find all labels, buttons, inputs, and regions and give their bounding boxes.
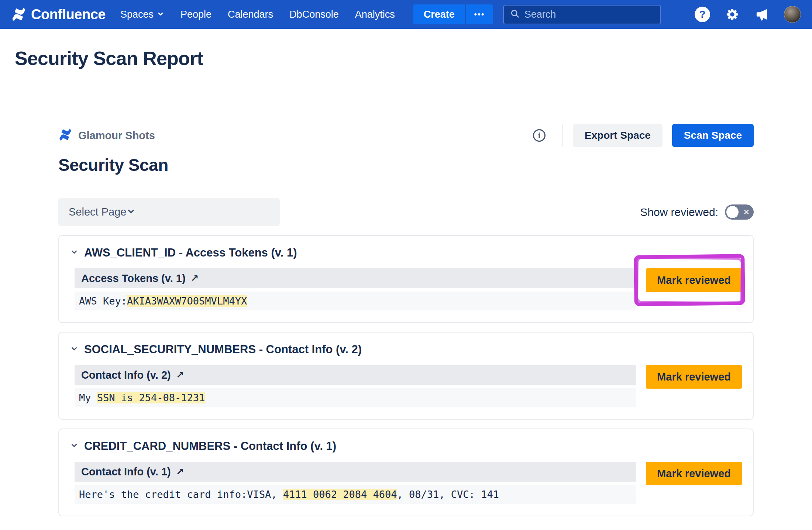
search-box[interactable] <box>503 5 661 24</box>
space-name[interactable]: Glamour Shots <box>78 130 155 142</box>
nav-item-label: Spaces <box>120 9 154 20</box>
export-space-button[interactable]: Export Space <box>573 124 663 147</box>
space-header: Glamour Shots i Export Space Scan Space <box>58 124 754 147</box>
finding-page-link[interactable]: Contact Info (v. 2) <box>81 369 171 381</box>
select-page-dropdown[interactable]: Select Page <box>58 198 280 226</box>
finding-title: SOCIAL_SECURITY_NUMBERS - Contact Info (… <box>84 343 362 356</box>
snippet-text: My <box>79 392 97 403</box>
main-content: Glamour Shots i Export Space Scan Space … <box>58 124 754 516</box>
finding-header[interactable]: AWS_CLIENT_ID - Access Tokens (v. 1) <box>70 246 742 259</box>
section-heading: Security Scan <box>58 155 754 175</box>
nav-item-label: DbConsole <box>289 9 339 20</box>
brand-name: Confluence <box>31 7 106 23</box>
chevron-down-icon <box>157 9 164 20</box>
search-icon <box>510 8 520 20</box>
nav-item-dbconsole[interactable]: DbConsole <box>281 0 347 29</box>
show-reviewed-control: Show reviewed: ✕ <box>640 204 754 220</box>
info-glyph: i <box>538 131 540 140</box>
nav-item-label: Analytics <box>355 9 395 20</box>
chevron-down-icon <box>70 248 78 258</box>
finding-page-bar: Contact Info (v. 1) ↗ <box>75 462 636 482</box>
sensitive-data-highlight: 4111 0062 2084 4604 <box>283 489 397 500</box>
create-button[interactable]: Create <box>413 4 465 24</box>
finding-snippet: My SSN is 254-08-1231 <box>75 388 636 407</box>
megaphone-icon[interactable] <box>754 7 769 22</box>
snippet-text: Here's the credit card info:VISA, <box>79 489 283 500</box>
nav-more-button[interactable]: ••• <box>466 4 493 24</box>
page-title: Security Scan Report <box>15 47 812 69</box>
toggle-off-icon: ✕ <box>743 208 750 217</box>
finding-snippet: AWS Key:AKIA3WAXW7O0SMVLM4YX <box>75 292 636 310</box>
top-navbar: Confluence Spaces People Calendars DbCon… <box>0 0 812 29</box>
confluence-logo-icon <box>11 7 27 22</box>
sensitive-data-highlight: AKIA3WAXW7O0SMVLM4YX <box>127 295 247 307</box>
show-reviewed-toggle[interactable]: ✕ <box>725 204 754 220</box>
snippet-text: AWS Key: <box>79 295 127 307</box>
finding-page-link[interactable]: Contact Info (v. 1) <box>81 466 171 478</box>
search-input[interactable] <box>524 9 655 20</box>
chevron-down-icon <box>70 345 78 354</box>
finding-page-bar: Contact Info (v. 2) ↗ <box>75 365 636 385</box>
space-identity: Glamour Shots <box>58 128 155 143</box>
settings-gear-icon[interactable] <box>725 7 740 22</box>
finding-card-ssn: SOCIAL_SECURITY_NUMBERS - Contact Info (… <box>58 332 754 420</box>
finding-card-credit-card: CREDIT_CARD_NUMBERS - Contact Info (v. 1… <box>58 429 754 516</box>
finding-detail: Contact Info (v. 1) ↗ Here's the credit … <box>75 462 636 504</box>
question-mark: ? <box>699 9 706 20</box>
space-actions: i Export Space Scan Space <box>533 124 754 147</box>
navbar-right-cluster: ? <box>695 6 801 23</box>
sensitive-data-highlight: SSN is 254-08-1231 <box>97 392 205 403</box>
chevron-down-icon <box>126 207 136 218</box>
confluence-brand[interactable]: Confluence <box>11 7 106 23</box>
finding-title: AWS_CLIENT_ID - Access Tokens (v. 1) <box>84 246 297 259</box>
annotated-button-wrap: Mark reviewed <box>646 268 742 292</box>
info-icon[interactable]: i <box>533 129 546 142</box>
external-link-icon[interactable]: ↗ <box>176 369 184 381</box>
scan-space-button[interactable]: Scan Space <box>672 124 754 147</box>
finding-title: CREDIT_CARD_NUMBERS - Contact Info (v. 1… <box>84 440 336 453</box>
nav-item-analytics[interactable]: Analytics <box>347 0 403 29</box>
mark-reviewed-button[interactable]: Mark reviewed <box>646 365 742 389</box>
show-reviewed-label: Show reviewed: <box>640 206 718 218</box>
help-icon[interactable]: ? <box>695 7 710 22</box>
nav-item-label: People <box>180 9 211 20</box>
chevron-down-icon <box>70 441 78 451</box>
mark-reviewed-button[interactable]: Mark reviewed <box>646 268 742 292</box>
nav-item-people[interactable]: People <box>172 0 220 29</box>
finding-header[interactable]: SOCIAL_SECURITY_NUMBERS - Contact Info (… <box>70 343 742 356</box>
select-page-value: Select Page <box>69 206 126 218</box>
finding-detail: Contact Info (v. 2) ↗ My SSN is 254-08-1… <box>75 365 636 407</box>
vertical-divider <box>562 124 563 147</box>
space-logo-icon <box>58 128 72 143</box>
finding-detail: Access Tokens (v. 1) ↗ AWS Key:AKIA3WAXW… <box>75 268 636 310</box>
controls-row: Select Page Show reviewed: ✕ <box>58 198 754 226</box>
nav-item-label: Calendars <box>228 9 273 20</box>
mark-reviewed-button[interactable]: Mark reviewed <box>646 462 742 485</box>
finding-header[interactable]: CREDIT_CARD_NUMBERS - Contact Info (v. 1… <box>70 440 742 453</box>
external-link-icon[interactable]: ↗ <box>176 466 184 478</box>
toggle-knob <box>726 206 739 218</box>
finding-card-aws-client-id: AWS_CLIENT_ID - Access Tokens (v. 1) Acc… <box>58 235 754 323</box>
nav-item-spaces[interactable]: Spaces <box>112 0 172 29</box>
finding-snippet: Here's the credit card info:VISA, 4111 0… <box>75 485 636 504</box>
user-avatar[interactable] <box>784 6 801 23</box>
external-link-icon[interactable]: ↗ <box>191 273 199 284</box>
nav-item-calendars[interactable]: Calendars <box>220 0 281 29</box>
finding-page-bar: Access Tokens (v. 1) ↗ <box>75 268 636 288</box>
finding-page-link[interactable]: Access Tokens (v. 1) <box>81 272 186 285</box>
snippet-text: , 08/31, CVC: 141 <box>397 489 499 500</box>
